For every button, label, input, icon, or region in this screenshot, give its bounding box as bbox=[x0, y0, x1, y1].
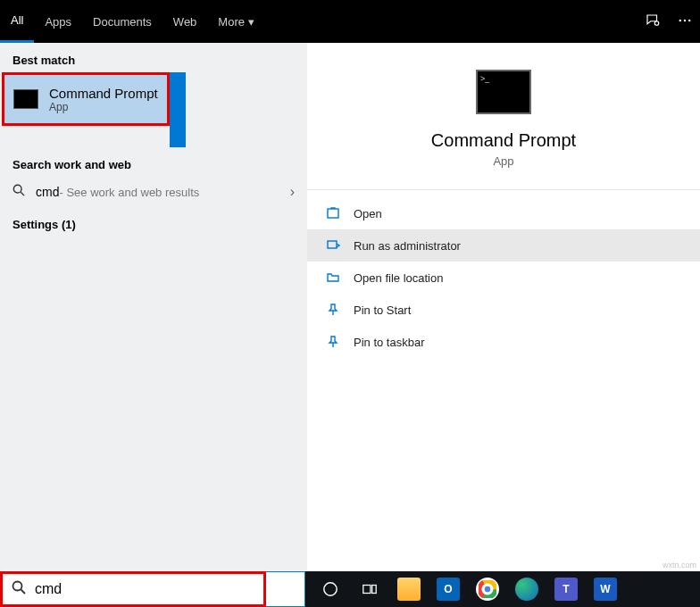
svg-rect-6 bbox=[328, 209, 338, 218]
outlook-icon[interactable]: O bbox=[429, 571, 468, 607]
svg-point-0 bbox=[654, 21, 659, 25]
svg-rect-7 bbox=[328, 241, 337, 248]
svg-line-5 bbox=[21, 192, 24, 195]
admin-icon bbox=[325, 237, 341, 254]
action-pin-start[interactable]: Pin to Start bbox=[307, 294, 700, 326]
word-icon[interactable]: W bbox=[586, 571, 625, 607]
preview-title: Command Prompt bbox=[431, 130, 576, 151]
best-match-result[interactable]: Command Prompt App bbox=[2, 72, 170, 126]
search-web-heading: Search work and web bbox=[0, 147, 307, 177]
cortana-icon[interactable] bbox=[311, 571, 350, 607]
action-label: Pin to Start bbox=[354, 304, 411, 317]
search-icon bbox=[12, 580, 26, 598]
actions-list: Open Run as administrator Open file loca… bbox=[307, 190, 700, 365]
pin-icon bbox=[325, 302, 341, 318]
action-open[interactable]: Open bbox=[307, 197, 700, 229]
svg-line-9 bbox=[21, 590, 26, 595]
tab-documents[interactable]: Documents bbox=[82, 0, 162, 43]
edge-icon[interactable] bbox=[507, 571, 546, 607]
watermark: wxtn.com bbox=[662, 561, 696, 570]
best-match-subtitle: App bbox=[49, 101, 158, 113]
svg-point-4 bbox=[13, 185, 21, 193]
svg-rect-12 bbox=[372, 586, 377, 594]
action-label: Open file location bbox=[354, 271, 443, 285]
svg-point-10 bbox=[324, 583, 337, 595]
selection-indicator bbox=[170, 72, 186, 147]
svg-rect-11 bbox=[363, 586, 371, 594]
task-view-icon[interactable] bbox=[350, 571, 389, 607]
best-match-title: Command Prompt bbox=[49, 86, 158, 101]
more-options-icon[interactable] bbox=[677, 12, 693, 31]
tab-apps[interactable]: Apps bbox=[34, 0, 82, 43]
tab-more[interactable]: More ▾ bbox=[207, 0, 265, 43]
svg-point-2 bbox=[684, 19, 686, 21]
tab-all[interactable]: All bbox=[0, 0, 34, 43]
searchbox-divider bbox=[266, 571, 305, 607]
web-search-result[interactable]: cmd - See work and web results › bbox=[0, 177, 307, 207]
taskbar-searchbox[interactable] bbox=[0, 571, 266, 607]
search-icon bbox=[12, 184, 27, 200]
teams-icon[interactable]: T bbox=[546, 571, 586, 607]
folder-icon bbox=[325, 270, 341, 286]
file-explorer-icon[interactable] bbox=[389, 571, 429, 607]
svg-point-3 bbox=[688, 19, 690, 21]
pin-icon bbox=[325, 334, 341, 350]
taskbar: O T W bbox=[0, 571, 700, 607]
search-input[interactable] bbox=[35, 581, 263, 597]
web-search-hint: - See work and web results bbox=[59, 186, 199, 199]
action-label: Run as administrator bbox=[354, 239, 461, 253]
action-pin-taskbar[interactable]: Pin to taskbar bbox=[307, 326, 700, 358]
chevron-down-icon: ▾ bbox=[248, 15, 254, 29]
chrome-icon[interactable] bbox=[468, 571, 507, 607]
preview-subtitle: App bbox=[493, 154, 513, 168]
action-label: Pin to taskbar bbox=[354, 336, 425, 349]
tab-web[interactable]: Web bbox=[162, 0, 208, 43]
tab-more-label: More bbox=[218, 15, 245, 29]
open-icon bbox=[325, 205, 341, 221]
svg-point-8 bbox=[13, 582, 22, 591]
settings-heading: Settings (1) bbox=[0, 207, 307, 237]
search-results-area: Best match Command Prompt App Search wor… bbox=[0, 43, 700, 571]
action-run-as-admin[interactable]: Run as administrator bbox=[307, 229, 700, 262]
command-prompt-icon bbox=[13, 89, 38, 109]
best-match-heading: Best match bbox=[0, 43, 307, 72]
search-tabs: All Apps Documents Web More ▾ bbox=[0, 0, 700, 43]
chevron-right-icon: › bbox=[290, 184, 295, 200]
web-search-query: cmd bbox=[36, 185, 59, 199]
action-label: Open bbox=[354, 207, 382, 220]
svg-point-1 bbox=[679, 19, 681, 21]
action-open-location[interactable]: Open file location bbox=[307, 262, 700, 294]
feedback-icon[interactable] bbox=[645, 12, 661, 31]
command-prompt-icon: >_ bbox=[476, 70, 531, 114]
preview-pane: >_ Command Prompt App Open Run as admini… bbox=[307, 43, 700, 571]
results-list: Best match Command Prompt App Search wor… bbox=[0, 43, 307, 571]
